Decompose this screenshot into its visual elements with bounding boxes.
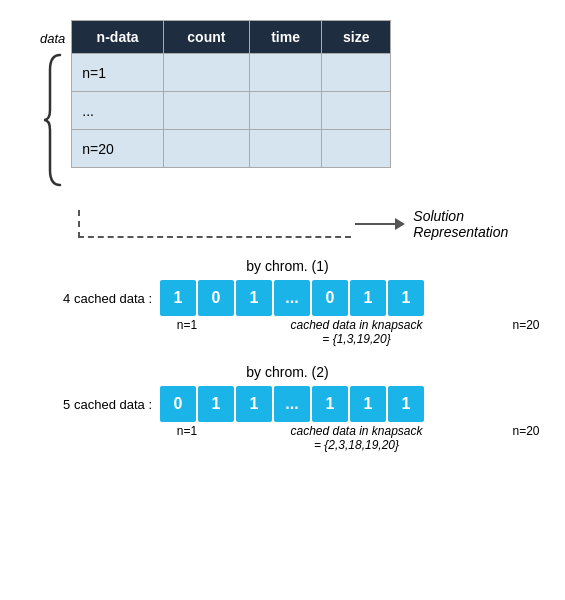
brace-label: data — [40, 31, 65, 46]
cell-size-3 — [322, 130, 391, 168]
solution-area: Solution Representation — [78, 208, 545, 240]
col-ndata: n-data — [72, 21, 164, 54]
table-wrapper: n-data count time size n=1 ... — [71, 20, 391, 168]
arrow-line — [355, 223, 395, 225]
chrom1-cell-0: 1 — [160, 280, 196, 316]
main-container: data n-data count time size — [0, 0, 565, 600]
col-time: time — [249, 21, 321, 54]
chrom1-cell-5: 1 — [350, 280, 386, 316]
chrom2-title: by chrom. (2) — [30, 364, 545, 380]
cell-count-1 — [163, 54, 249, 92]
arrow-right — [355, 218, 405, 230]
chrom1-cells: 1 0 1 ... 0 1 1 — [160, 280, 424, 316]
chrom2-cell-3: ... — [274, 386, 310, 422]
chrom1-fn-center: cached data in knapsack= {1,3,19,20} — [206, 318, 507, 346]
chrom1-cell-4: 0 — [312, 280, 348, 316]
arrow-head — [395, 218, 405, 230]
chrom2-row-label: 5 cached data : — [30, 397, 160, 412]
chrom1-fn-left: n=1 — [168, 318, 206, 332]
dashed-box-row: Solution Representation — [78, 208, 545, 240]
cell-count-3 — [163, 130, 249, 168]
chrom1-cell-2: 1 — [236, 280, 272, 316]
chrom2-cell-5: 1 — [350, 386, 386, 422]
chrom1-footnotes: n=1 cached data in knapsack= {1,3,19,20}… — [168, 318, 545, 346]
cell-ndata-3: n=20 — [72, 130, 164, 168]
chrom1-cell-1: 0 — [198, 280, 234, 316]
chrom1-fn-right: n=20 — [507, 318, 545, 332]
col-count: count — [163, 21, 249, 54]
chrom1-section: by chrom. (1) 4 cached data : 1 0 1 ... … — [30, 258, 545, 346]
chrom1-cell-3: ... — [274, 280, 310, 316]
cell-size-2 — [322, 92, 391, 130]
chrom2-cell-2: 1 — [236, 386, 272, 422]
cell-time-1 — [249, 54, 321, 92]
table-row: ... — [72, 92, 391, 130]
chrom2-cells: 0 1 1 ... 1 1 1 — [160, 386, 424, 422]
cell-size-1 — [322, 54, 391, 92]
col-size: size — [322, 21, 391, 54]
cell-ndata-1: n=1 — [72, 54, 164, 92]
chrom2-cell-4: 1 — [312, 386, 348, 422]
chrom2-footnotes: n=1 cached data in knapsack= {2,3,18,19,… — [168, 424, 545, 452]
dashed-box — [78, 210, 351, 238]
table-row: n=1 — [72, 54, 391, 92]
chrom2-row: 5 cached data : 0 1 1 ... 1 1 1 — [30, 386, 545, 422]
chrom2-cell-1: 1 — [198, 386, 234, 422]
cell-time-3 — [249, 130, 321, 168]
cell-time-2 — [249, 92, 321, 130]
chrom2-fn-right: n=20 — [507, 424, 545, 438]
table-section: data n-data count time size — [40, 20, 545, 200]
cell-count-2 — [163, 92, 249, 130]
chrom1-row-label: 4 cached data : — [30, 291, 160, 306]
cell-ndata-2: ... — [72, 92, 164, 130]
chrom1-row: 4 cached data : 1 0 1 ... 0 1 1 — [30, 280, 545, 316]
chrom1-cell-6: 1 — [388, 280, 424, 316]
chrom1-title: by chrom. (1) — [30, 258, 545, 274]
table-header-row: n-data count time size — [72, 21, 391, 54]
data-table: n-data count time size n=1 ... — [71, 20, 391, 168]
solution-label: Solution Representation — [413, 208, 545, 240]
chrom2-cell-0: 0 — [160, 386, 196, 422]
brace-label-group: data — [40, 20, 65, 200]
chrom2-cell-6: 1 — [388, 386, 424, 422]
table-row: n=20 — [72, 130, 391, 168]
chrom2-fn-left: n=1 — [168, 424, 206, 438]
chrom2-section: by chrom. (2) 5 cached data : 0 1 1 ... … — [30, 364, 545, 452]
chrom2-fn-center: cached data in knapsack= {2,3,18,19,20} — [206, 424, 507, 452]
brace-icon — [42, 50, 64, 190]
